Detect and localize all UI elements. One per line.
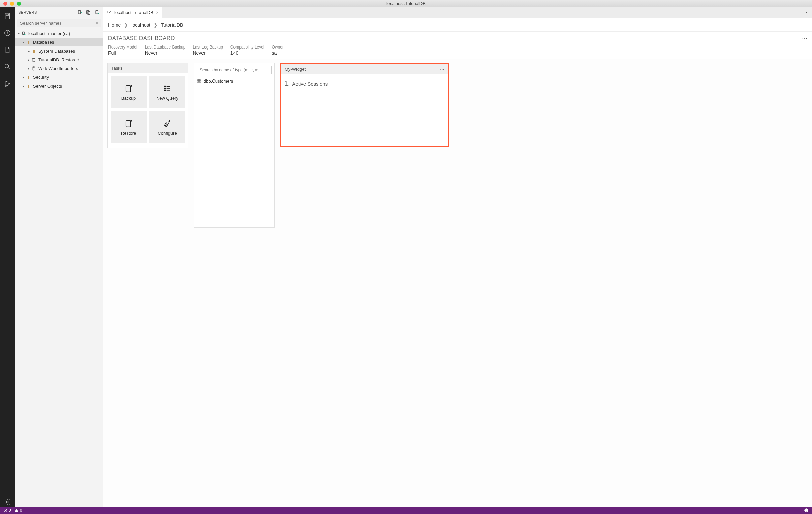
server-objects-node[interactable]: ▸ ▮ Server Objects [15, 82, 103, 90]
errors-count: 0 [9, 508, 11, 513]
server-search-input[interactable] [17, 19, 101, 27]
svg-rect-13 [23, 32, 25, 34]
dashboard-more-icon[interactable]: ⋯ [802, 35, 807, 41]
svg-rect-8 [78, 11, 81, 14]
close-tab-icon[interactable]: × [156, 10, 159, 15]
database-icon [31, 66, 36, 71]
backup-task-button[interactable]: Backup [111, 76, 147, 108]
dash-prop-value: sa [272, 50, 284, 56]
server-tree: ▾ localhost, master (sa) ▾ ▮ Databases ▸… [15, 28, 103, 90]
servers-activity-icon[interactable] [3, 11, 12, 21]
widget-title: My-Widget [285, 67, 306, 72]
dashboard-icon [107, 10, 112, 15]
server-label: localhost, master (sa) [28, 31, 70, 36]
widget-more-icon[interactable]: ⋯ [440, 67, 444, 72]
svg-point-22 [166, 125, 167, 126]
breadcrumb-db[interactable]: TutorialDB [161, 22, 183, 28]
svg-point-18 [165, 86, 166, 87]
tree-item-label: System Databases [38, 49, 75, 54]
tree-item-label: Server Objects [33, 84, 62, 89]
show-active-connections-icon[interactable] [94, 10, 100, 15]
task-label: New Query [156, 96, 178, 101]
database-node[interactable]: ▸ WideWorldImporters [15, 64, 103, 73]
sessions-label: Active Sessions [292, 81, 328, 87]
warnings-status[interactable]: 0 [14, 508, 22, 513]
window-controls [3, 2, 21, 6]
activity-bar [0, 7, 15, 507]
databases-label: Databases [33, 40, 54, 45]
file-activity-icon[interactable] [3, 45, 12, 55]
dashboard-body: Tasks Backup New Query Restore [104, 59, 812, 507]
database-icon [31, 57, 36, 62]
svg-point-14 [24, 34, 26, 35]
history-activity-icon[interactable] [3, 28, 12, 38]
chevron-right-icon: ❯ [154, 22, 158, 28]
tasks-widget: Tasks Backup New Query Restore [108, 63, 188, 148]
svg-point-5 [5, 85, 7, 87]
breadcrumb-home[interactable]: Home [108, 22, 121, 28]
window-title: localhost:TutorialDB [386, 1, 426, 6]
database-node[interactable]: ▸ TutorialDB_Restored [15, 55, 103, 64]
configure-task-button[interactable]: Configure [149, 111, 185, 143]
search-activity-icon[interactable] [3, 62, 12, 71]
dash-prop-value: Never [193, 50, 223, 56]
object-name: dbo.Customers [203, 79, 233, 84]
dash-prop-label: Last Database Backup [145, 45, 186, 50]
servers-sidebar: SERVERS × ▾ localhost, master (sa) [15, 7, 104, 507]
new-group-icon[interactable] [86, 10, 91, 15]
editor-area: localhost:TutorialDB × ⋯ Home ❯ localhos… [104, 7, 812, 507]
breadcrumb: Home ❯ localhost ❯ TutorialDB [104, 18, 812, 32]
server-icon [21, 31, 26, 36]
security-node[interactable]: ▸ ▮ Security [15, 73, 103, 82]
dash-prop-label: Compatibility Level [230, 45, 264, 50]
dash-prop-label: Last Log Backup [193, 45, 223, 50]
warnings-count: 0 [20, 508, 22, 513]
feedback-icon[interactable] [804, 508, 809, 513]
breadcrumb-server[interactable]: localhost [132, 22, 150, 28]
svg-point-15 [32, 58, 35, 59]
system-databases-node[interactable]: ▸ ▮ System Databases [15, 47, 103, 55]
svg-point-12 [98, 13, 99, 14]
widget-title: Tasks [111, 66, 122, 71]
zoom-window-icon[interactable] [17, 2, 21, 6]
close-window-icon[interactable] [3, 2, 7, 6]
databases-node[interactable]: ▾ ▮ Databases [15, 38, 103, 47]
svg-rect-1 [6, 14, 8, 16]
tab-title: localhost:TutorialDB [114, 10, 153, 15]
folder-icon: ▮ [26, 83, 31, 89]
tree-item-label: TutorialDB_Restored [38, 57, 79, 62]
svg-point-19 [165, 88, 166, 89]
new-connection-icon[interactable] [77, 10, 82, 15]
sessions-count: 1 [285, 79, 289, 88]
dash-prop: Last Database Backup Never [145, 45, 186, 56]
object-search-input[interactable] [197, 66, 271, 74]
restore-task-button[interactable]: Restore [111, 111, 147, 143]
errors-status[interactable]: 0 [3, 508, 11, 513]
svg-rect-21 [126, 120, 130, 127]
task-label: Configure [158, 131, 177, 136]
dashboard-tab[interactable]: localhost:TutorialDB × [104, 7, 162, 18]
chevron-right-icon: ❯ [124, 22, 128, 28]
minimize-window-icon[interactable] [10, 2, 14, 6]
dash-prop-label: Recovery Model [108, 45, 138, 50]
object-row[interactable]: dbo.Customers [197, 77, 271, 85]
new-query-task-button[interactable]: New Query [149, 76, 185, 108]
status-bar: 0 0 [0, 507, 812, 514]
svg-rect-17 [126, 85, 130, 92]
sidebar-title: SERVERS [18, 10, 77, 14]
settings-gear-icon[interactable] [3, 497, 12, 507]
tab-bar-more-icon[interactable]: ⋯ [801, 7, 812, 18]
dash-prop-value: Full [108, 50, 138, 56]
task-label: Backup [121, 96, 136, 101]
svg-point-4 [5, 81, 7, 82]
svg-point-27 [807, 510, 807, 510]
tree-item-label: WideWorldImporters [38, 66, 78, 71]
tab-bar: localhost:TutorialDB × ⋯ [104, 7, 812, 18]
source-control-activity-icon[interactable] [3, 79, 12, 88]
server-node[interactable]: ▾ localhost, master (sa) [15, 29, 103, 38]
svg-point-25 [804, 508, 808, 512]
task-label: Restore [121, 131, 137, 136]
svg-rect-11 [96, 11, 98, 14]
dash-prop-label: Owner [272, 45, 284, 50]
clear-search-icon[interactable]: × [96, 20, 98, 26]
